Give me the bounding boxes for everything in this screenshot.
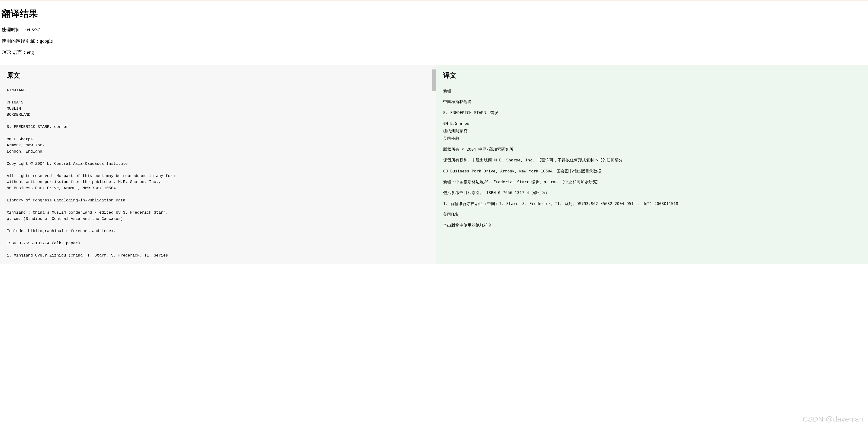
translated-paragraph: 版权所有 © 2004 中亚-高加索研究所 xyxy=(443,146,861,153)
translated-paragraph: ¢M.E.Sharpe 纽约州阿蒙克 英国伦敦 xyxy=(443,120,861,142)
engine-row: 使用的翻译引擎：google xyxy=(1,38,867,44)
content-wrapper: 原文 XINJIANG CHINA'S MUSLIM BORDERLAND S.… xyxy=(0,65,868,265)
target-panel-title: 译文 xyxy=(443,71,861,80)
ocr-value: eng xyxy=(27,50,34,55)
translated-text: 新疆 中国穆斯林边境 S. FREDERICK STARR，错误 ¢M.E.Sh… xyxy=(443,87,861,229)
translated-paragraph: 新疆：中国穆斯林边境/S. Frederick Starr 编辑。p. cm.—… xyxy=(443,178,861,186)
page-title: 翻译结果 xyxy=(1,8,867,20)
source-panel: 原文 XINJIANG CHINA'S MUSLIM BORDERLAND S.… xyxy=(0,65,434,265)
translated-paragraph: 美国印制 xyxy=(443,211,861,218)
ocr-label: OCR 语言： xyxy=(1,50,27,55)
engine-value: google xyxy=(40,38,53,43)
processing-time-row: 处理时间：0:05:37 xyxy=(1,27,867,33)
scrollbar-thumb[interactable] xyxy=(432,69,436,91)
target-panel: 译文 新疆 中国穆斯林边境 S. FREDERICK STARR，错误 ¢M.E… xyxy=(434,65,868,265)
translated-paragraph: 本出版物中使用的纸张符合 xyxy=(443,221,861,229)
translated-paragraph: 中国穆斯林边境 xyxy=(443,98,861,105)
processing-time-label: 处理时间： xyxy=(1,27,25,32)
scrollbar-track[interactable]: ▲ xyxy=(432,65,436,265)
ocr-row: OCR 语言：eng xyxy=(1,49,867,56)
translated-paragraph: 新疆 xyxy=(443,87,861,95)
translated-paragraph: 80 Business Park Drive, Armonk, New York… xyxy=(443,167,861,175)
header-section: 翻译结果 处理时间：0:05:37 使用的翻译引擎：google OCR 语言：… xyxy=(0,1,868,65)
translated-paragraph: 1. 新疆维吾尔自治区（中国）I. Starr、S. Frederick。II.… xyxy=(443,200,861,207)
processing-time-value: 0:05:37 xyxy=(25,27,40,32)
engine-label: 使用的翻译引擎： xyxy=(1,38,40,43)
scroll-up-icon[interactable]: ▲ xyxy=(432,65,436,69)
translated-paragraph: 包括参考书目和索引。 ISBN 0-7656-1317-4（碱性纸） xyxy=(443,189,861,196)
translated-paragraph: 保留所有权利。未经出版商 M.E. Sharpe, Inc. 书面许可，不得以任… xyxy=(443,156,861,164)
source-text: XINJIANG CHINA'S MUSLIM BORDERLAND S. FR… xyxy=(7,87,425,259)
translated-paragraph: S. FREDERICK STARR，错误 xyxy=(443,109,861,116)
source-panel-title: 原文 xyxy=(7,71,425,80)
